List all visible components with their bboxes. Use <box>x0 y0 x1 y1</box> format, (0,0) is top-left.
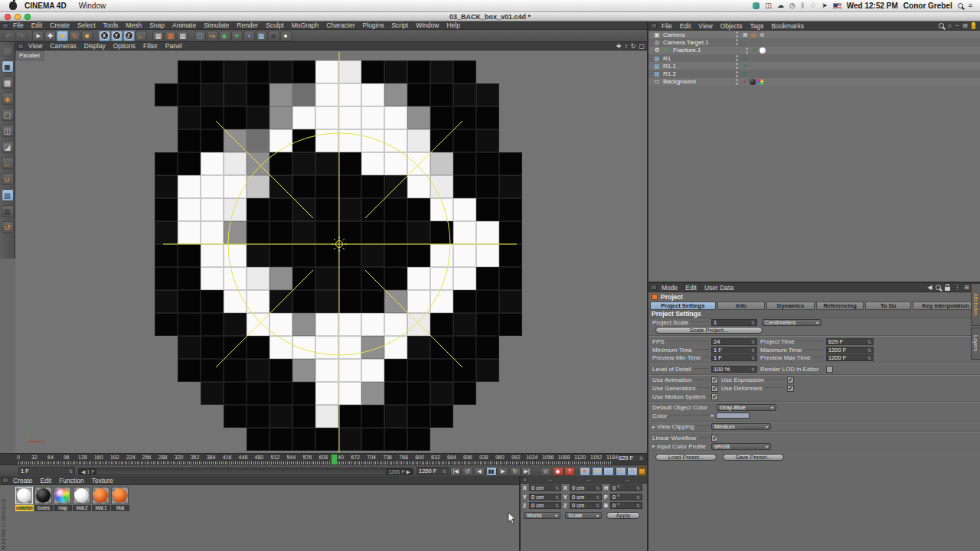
panel-grip[interactable] <box>651 23 657 28</box>
material-preview[interactable] <box>34 487 52 504</box>
tab-referencing[interactable]: Referencing <box>816 302 864 310</box>
material-preview[interactable] <box>111 487 129 504</box>
tab-project-settings[interactable]: Project Settings <box>650 302 716 310</box>
object-row-background[interactable]: ▭Background▪ <box>648 78 980 86</box>
visibility-dots[interactable] <box>735 31 738 37</box>
texture-white-tag-icon[interactable] <box>760 47 766 54</box>
protection-tag-icon[interactable]: ⊕ <box>758 31 766 38</box>
menu-cameras[interactable]: Cameras <box>50 42 76 50</box>
add-modeling-button[interactable]: ✳ <box>231 31 243 41</box>
cloud-icon[interactable]: ☁ <box>777 2 784 9</box>
object-row-r1-1[interactable]: ▦R1.1✓ <box>648 62 980 70</box>
play-reverse-button[interactable]: ↺ <box>462 467 473 476</box>
linear-workflow-checkbox[interactable]: ✓ <box>711 435 718 442</box>
coord-field-x[interactable]: 0 cm⇅ <box>570 484 602 491</box>
input-language-flag-icon[interactable] <box>833 3 841 9</box>
texture-color-tag-icon[interactable] <box>757 79 763 85</box>
zoom-button[interactable] <box>24 14 31 20</box>
level-of-detail-field[interactable]: 100 %⇅ <box>711 366 757 373</box>
edges-mode-button[interactable]: ◫ <box>2 125 14 137</box>
use-expression-checkbox[interactable]: ✓ <box>787 377 794 383</box>
minus-icon[interactable]: − <box>956 22 959 29</box>
spotlight-icon[interactable] <box>958 3 963 8</box>
project-scale-field[interactable]: 1⇅ <box>711 319 757 326</box>
menu-edit[interactable]: Edit <box>685 284 697 292</box>
coord-field-z[interactable]: 0 cm⇅ <box>529 502 561 509</box>
range-max-handle[interactable]: 1200 F ▶ <box>386 468 413 474</box>
app-badge-icon[interactable] <box>753 2 760 9</box>
add-camera-button[interactable]: ▣ <box>268 31 279 41</box>
object-row-fracture-1[interactable]: ⚙✳Fracture.1✓ <box>648 47 980 54</box>
goto-start-button[interactable]: |◀ <box>450 467 461 476</box>
last-tool-button[interactable]: ■ <box>81 31 93 41</box>
material-preview[interactable] <box>92 487 109 504</box>
target-tag-icon[interactable]: ◎ <box>750 31 757 38</box>
workplane-snap-button[interactable]: ▦ <box>2 189 14 201</box>
object-row-camera[interactable]: ▣Camera⊠◎⊕ <box>648 31 980 38</box>
spline-snap-button[interactable]: ↺ <box>2 221 14 233</box>
zoom-icon[interactable]: ↕ <box>625 43 628 50</box>
playhead[interactable] <box>331 454 338 465</box>
enabled-check-icon[interactable]: ✓ <box>741 55 749 62</box>
panel-grip[interactable] <box>2 23 8 28</box>
menu-user-data[interactable]: User Data <box>704 284 733 292</box>
visibility-dots[interactable] <box>735 39 738 45</box>
workplane-mode-button[interactable]: ◈ <box>2 93 14 105</box>
maximum-time-field[interactable]: 1200 F⇅ <box>826 347 874 354</box>
object-row-r1-2[interactable]: ▦R1.2✓ <box>648 70 980 77</box>
bluetooth-icon[interactable]: ᛒ <box>801 2 805 9</box>
record-objects-button[interactable]: ⊘ <box>541 467 551 476</box>
menu-edit[interactable]: Edit <box>680 22 691 30</box>
range-min-handle[interactable]: ◀ 1 F <box>79 468 96 474</box>
render-lod-checkbox[interactable] <box>826 366 833 373</box>
menu-edit[interactable]: Edit <box>31 21 43 29</box>
material-preview[interactable] <box>15 487 33 504</box>
visibility-dots[interactable] <box>735 79 738 85</box>
visibility-dots[interactable] <box>745 47 748 54</box>
viewport[interactable]: ViewCamerasDisplayOptionsFilterPanel ✚↕↻… <box>15 42 647 453</box>
add-primitive-button[interactable]: ◻ <box>194 31 206 41</box>
autokeying-button[interactable]: ◉ <box>553 467 564 476</box>
key-icon[interactable] <box>972 22 975 29</box>
redo-button[interactable]: ↷ <box>15 31 27 41</box>
goto-end-button[interactable]: ▶| <box>521 467 532 476</box>
add-deformer-button[interactable]: ◖ <box>243 31 255 41</box>
rotate-button[interactable]: ↻ <box>69 31 80 41</box>
material-map[interactable]: map <box>54 487 72 511</box>
use-deformers-checkbox[interactable]: ✓ <box>787 385 794 392</box>
model-mode-button[interactable]: ◼ <box>2 60 14 73</box>
snap-magnet-button[interactable]: ∪ <box>2 173 14 185</box>
material-preview[interactable] <box>73 487 90 504</box>
menu-mode[interactable]: Mode <box>662 284 678 292</box>
fps-field[interactable]: 24⇅ <box>711 338 757 345</box>
search-icon[interactable] <box>936 285 941 290</box>
tab-dynamics[interactable]: Dynamics <box>766 302 815 310</box>
apple-menu-icon[interactable] <box>9 2 17 10</box>
render-view-button[interactable]: ▦ <box>152 31 164 41</box>
notification-center-icon[interactable]: ≡ <box>969 2 972 9</box>
visibility-dots[interactable] <box>735 71 738 77</box>
add-icon[interactable]: ⊞ <box>964 284 969 291</box>
prev-frame-button[interactable]: ◀ <box>474 467 485 476</box>
menubar-user[interactable]: Conor Grebel <box>903 2 952 10</box>
use-animation-checkbox[interactable]: ✓ <box>711 377 718 383</box>
menu-create[interactable]: Create <box>50 21 70 29</box>
coord-field-p[interactable]: 0 °⇅ <box>610 494 642 500</box>
save-preset-button[interactable]: Save Preset... <box>723 454 784 461</box>
menu-render[interactable]: Render <box>237 21 258 29</box>
close-button[interactable] <box>5 14 11 20</box>
menu-display[interactable]: Display <box>84 42 106 50</box>
maximize-icon[interactable]: ▢ <box>639 43 645 50</box>
coordinate-space-dropdown[interactable]: World▾ <box>524 512 560 519</box>
scale-button[interactable]: ■ <box>57 31 68 41</box>
grid-button[interactable]: ▦ <box>2 205 14 217</box>
coord-field-y[interactable]: 0 cm⇅ <box>570 494 602 500</box>
clock-icon[interactable]: ◷ <box>789 2 795 9</box>
add-floor-button[interactable]: ▦ <box>256 31 267 41</box>
menu-tags[interactable]: Tags <box>750 22 763 30</box>
tab-to-do[interactable]: To Do <box>865 302 911 310</box>
visibility-dots[interactable] <box>735 55 738 61</box>
shape-icon[interactable]: ♢ <box>810 2 816 9</box>
texture-mode-button[interactable]: ▩ <box>2 77 14 89</box>
coord-system-button[interactable]: ∟ <box>136 31 147 41</box>
